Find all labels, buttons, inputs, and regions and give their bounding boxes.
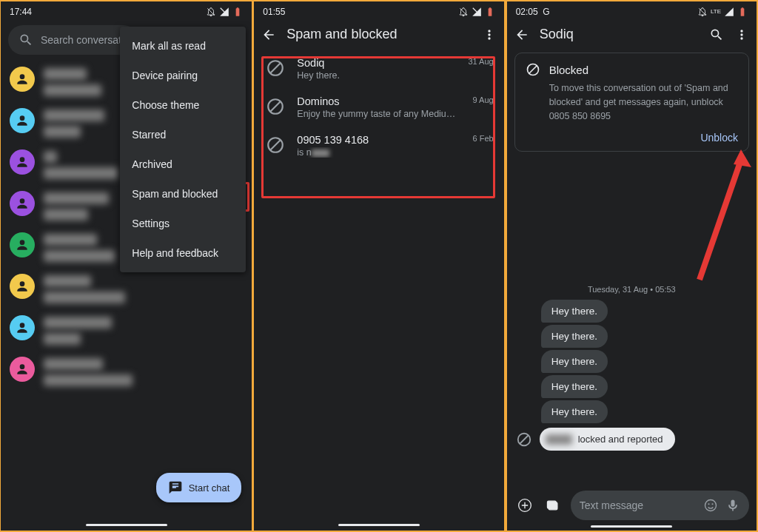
avatar xyxy=(10,191,35,216)
page-title: Spam and blocked xyxy=(286,27,471,42)
menu-archived[interactable]: Archived xyxy=(120,149,246,179)
svg-line-9 xyxy=(520,435,528,443)
blocked-item[interactable]: Sodiq Hey there. 31 Aug xyxy=(258,50,499,88)
search-placeholder: Search conversat xyxy=(41,34,121,46)
dnd-icon xyxy=(458,7,469,17)
svg-line-5 xyxy=(271,141,281,150)
block-icon xyxy=(264,95,286,118)
back-icon[interactable] xyxy=(261,27,276,42)
menu-settings[interactable]: Settings xyxy=(120,209,246,238)
start-chat-fab[interactable]: Start chat xyxy=(156,473,242,502)
avatar xyxy=(10,357,35,382)
avatar xyxy=(10,149,35,175)
chat-icon xyxy=(168,480,183,495)
blocked-heading: Blocked xyxy=(549,64,588,76)
contact-name: Dominos xyxy=(297,95,462,107)
signal-icon xyxy=(472,7,482,17)
avatar xyxy=(10,315,35,340)
nav-handle[interactable] xyxy=(338,524,420,526)
status-icons xyxy=(206,7,243,17)
menu-help-feedback[interactable]: Help and feedback xyxy=(120,238,246,268)
received-message[interactable]: Hey there. xyxy=(541,325,608,348)
menu-starred[interactable]: Starred xyxy=(120,120,246,149)
appbar: Sodiq xyxy=(507,22,757,50)
redacted-text xyxy=(44,234,115,262)
clock: 02:05 G xyxy=(516,7,550,17)
annotation-arrow xyxy=(677,149,751,283)
unblock-button[interactable]: Unblock xyxy=(526,123,738,144)
received-message[interactable]: Hey there. xyxy=(541,375,608,398)
menu-device-pairing[interactable]: Device pairing xyxy=(120,61,246,90)
menu-choose-theme[interactable]: Choose theme xyxy=(120,90,246,120)
blocked-item[interactable]: 0905 139 4168 is n 6 Feb xyxy=(258,127,499,165)
blocked-item[interactable]: Dominos Enjoy the yummy taste of any Med… xyxy=(258,88,499,127)
avatar xyxy=(10,274,35,299)
nav-handle[interactable] xyxy=(591,525,672,528)
date-separator: Tuesday, 31 Aug • 05:53 xyxy=(507,285,757,294)
mic-icon[interactable] xyxy=(725,498,740,513)
status-bar: 02:05 G LTE xyxy=(507,1,757,22)
redacted-text xyxy=(44,358,133,386)
redacted-text xyxy=(44,151,118,179)
message-preview: is n xyxy=(297,147,462,158)
battery-icon xyxy=(485,7,495,17)
search-icon xyxy=(19,33,33,47)
battery-icon xyxy=(737,7,748,17)
more-icon[interactable] xyxy=(734,27,749,42)
redacted-text xyxy=(44,68,101,96)
status-bar: 01:55 xyxy=(254,1,503,22)
gallery-button[interactable] xyxy=(543,495,563,516)
snackbar-text: locked and reported xyxy=(578,434,663,445)
message-input[interactable]: Text message xyxy=(571,491,749,520)
overflow-menu: Mark all as read Device pairing Choose t… xyxy=(120,27,246,272)
avatar xyxy=(10,108,35,133)
conversation-item[interactable] xyxy=(1,309,252,351)
status-icons xyxy=(458,7,495,17)
redacted-text xyxy=(44,317,112,345)
panel-conversation: 02:05 G LTE Sodiq Blocked To move this c… xyxy=(506,0,758,532)
block-icon xyxy=(264,57,286,79)
redacted-text xyxy=(546,434,572,445)
clock: 01:55 xyxy=(263,7,285,17)
search-icon[interactable] xyxy=(709,27,724,42)
svg-line-1 xyxy=(271,64,281,73)
status-icons: LTE xyxy=(697,7,748,17)
block-icon xyxy=(516,431,532,448)
more-icon[interactable] xyxy=(482,27,497,42)
received-message[interactable]: Hey there. xyxy=(541,300,608,323)
message-date: 6 Feb xyxy=(473,134,494,158)
fab-label: Start chat xyxy=(189,482,230,494)
nav-handle[interactable] xyxy=(86,524,167,526)
dnd-icon xyxy=(206,7,216,17)
svg-point-15 xyxy=(708,503,709,505)
received-message[interactable]: Hey there. xyxy=(541,350,608,373)
back-icon[interactable] xyxy=(514,27,529,42)
panel-conversations: 17:44 Search conversat xyxy=(0,0,252,532)
add-button[interactable] xyxy=(514,495,535,516)
blocked-info-card: Blocked To move this conversation out of… xyxy=(514,53,749,152)
search-input[interactable]: Search conversat xyxy=(8,25,138,55)
conversation-item[interactable] xyxy=(1,351,252,392)
menu-spam-blocked[interactable]: Spam and blocked xyxy=(120,179,246,209)
appbar: Spam and blocked xyxy=(254,22,503,50)
contact-name: Sodiq xyxy=(297,57,457,69)
contact-title: Sodiq xyxy=(540,27,699,42)
battery-icon xyxy=(232,7,243,17)
contact-name: 0905 139 4168 xyxy=(297,134,462,146)
avatar xyxy=(10,67,35,92)
conversation-item[interactable] xyxy=(1,268,252,309)
message-preview: Enjoy the yummy taste of any Medium … xyxy=(297,109,462,119)
dnd-icon xyxy=(697,7,708,17)
received-message[interactable]: Hey there. xyxy=(541,400,608,423)
signal-icon xyxy=(219,7,229,17)
clock: 17:44 xyxy=(10,7,32,17)
blocked-description: To move this conversation out of 'Spam a… xyxy=(526,81,738,123)
panel-spam-blocked: 01:55 Spam and blocked Sodiq Hey there. … xyxy=(252,0,505,532)
compose-bar: Text message xyxy=(514,491,749,520)
menu-mark-all-read[interactable]: Mark all as read xyxy=(120,31,246,61)
svg-point-14 xyxy=(705,500,716,511)
emoji-icon[interactable] xyxy=(703,498,718,513)
blocked-list: Sodiq Hey there. 31 Aug Dominos Enjoy th… xyxy=(254,50,503,165)
redacted-text xyxy=(44,110,104,138)
redacted-text xyxy=(44,192,109,220)
